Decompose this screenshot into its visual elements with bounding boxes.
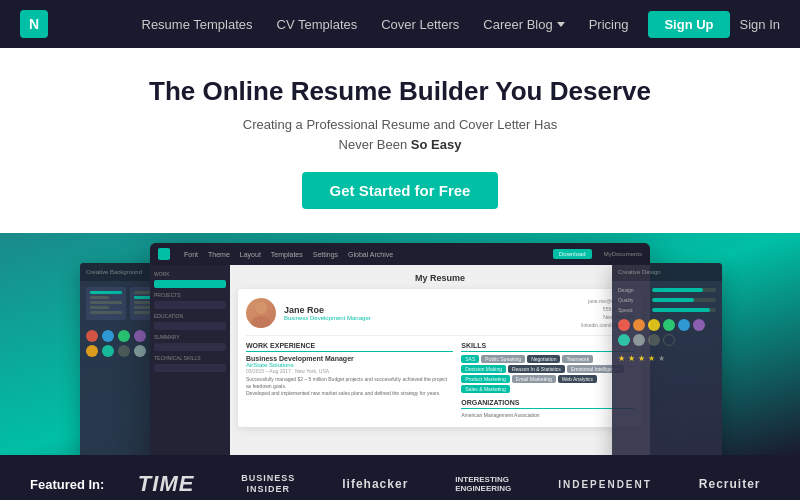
color-dot-teal[interactable]	[102, 345, 114, 357]
mock-resume-header: Jane Roe Business Development Manager ja…	[246, 297, 634, 336]
mock-person-title: Business Development Manager	[284, 315, 573, 321]
hero-section: The Online Resume Builder You Deserve Cr…	[0, 48, 800, 233]
career-blog-dropdown-icon	[557, 22, 565, 27]
right-panel-header: Creative Design	[612, 263, 722, 281]
mock-menu-work[interactable]	[154, 280, 226, 288]
logo-independent: INDEPENDENT	[558, 479, 652, 490]
color-dot-gray[interactable]	[134, 345, 146, 357]
signin-button[interactable]: Sign In	[740, 17, 780, 32]
featured-in-label: Featured In:	[30, 477, 104, 492]
work-experience-section: WORK EXPERIENCE Business Development Man…	[246, 342, 453, 419]
swatch-dark[interactable]	[648, 334, 660, 346]
mock-menu-projects[interactable]	[154, 301, 226, 309]
logo-business-insider: BUSINESSINSIDER	[241, 473, 295, 495]
nav-resume-templates[interactable]: Resume Templates	[142, 17, 253, 32]
mock-download-btn[interactable]: Download	[553, 249, 592, 259]
logo-icon: N	[20, 10, 48, 38]
swatch-green[interactable]	[663, 319, 675, 331]
template-thumb-1[interactable]	[86, 287, 126, 320]
demo-area: Creative Background	[0, 233, 800, 455]
star-rating: ★ ★ ★ ★ ★	[618, 354, 716, 363]
swatch-orange[interactable]	[633, 319, 645, 331]
main-nav: Resume Templates CV Templates Cover Lett…	[142, 17, 629, 32]
mock-menu-skills[interactable]	[154, 364, 226, 372]
logo-recruiter: Recruiter	[699, 477, 761, 491]
mock-menu-summary[interactable]	[154, 343, 226, 351]
nav-cv-templates[interactable]: CV Templates	[277, 17, 358, 32]
mock-logo	[158, 248, 170, 260]
color-dot-blue[interactable]	[102, 330, 114, 342]
nav-pricing[interactable]: Pricing	[589, 17, 629, 32]
swatch-gray[interactable]	[633, 334, 645, 346]
mock-menu-education[interactable]	[154, 322, 226, 330]
skills-list: SAS Public Speaking Negotiation Teamwork…	[461, 355, 634, 393]
logo[interactable]: N	[20, 10, 48, 38]
mock-avatar	[246, 298, 276, 328]
right-panel-mock: Creative Design Design Quality Speed	[612, 263, 722, 455]
mock-body: Work Projects Education Summary Technica…	[150, 265, 650, 455]
cta-button[interactable]: Get Started for Free	[302, 172, 499, 209]
mock-resume-title: My Resume	[238, 273, 642, 283]
mock-main: My Resume Jane Roe Business Development …	[230, 265, 650, 455]
featured-logos: TIME BUSINESSINSIDER lifehacker INTEREST…	[128, 471, 770, 497]
resume-builder-mock: Font Theme Layout Templates Settings Glo…	[150, 243, 650, 455]
swatch-red[interactable]	[618, 319, 630, 331]
color-dot-dark[interactable]	[118, 345, 130, 357]
mock-person-name: Jane Roe	[284, 305, 573, 315]
mock-topbar: Font Theme Layout Templates Settings Glo…	[150, 243, 650, 265]
swatch-purple[interactable]	[693, 319, 705, 331]
logo-time: TIME	[138, 471, 195, 497]
color-swatches	[618, 319, 716, 346]
color-dot-green[interactable]	[118, 330, 130, 342]
right-panel-body: Design Quality Speed	[612, 281, 722, 369]
color-dot-orange[interactable]	[86, 345, 98, 357]
logo-lifehacker: lifehacker	[342, 477, 408, 491]
header: N Resume Templates CV Templates Cover Le…	[0, 0, 800, 48]
swatch-teal[interactable]	[618, 334, 630, 346]
color-dot-purple[interactable]	[134, 330, 146, 342]
signup-button[interactable]: Sign Up	[648, 11, 729, 38]
skills-section: SKILLS SAS Public Speaking Negotiation T…	[461, 342, 634, 419]
mock-sidebar: Work Projects Education Summary Technica…	[150, 265, 230, 455]
nav-cover-letters[interactable]: Cover Letters	[381, 17, 459, 32]
swatch-yellow[interactable]	[648, 319, 660, 331]
logo-interesting-engineering: INTERESTINGENGINEERING	[455, 475, 511, 493]
svg-point-0	[255, 302, 267, 314]
svg-point-1	[251, 316, 271, 328]
swatch-blue[interactable]	[678, 319, 690, 331]
color-dot-red[interactable]	[86, 330, 98, 342]
hero-title: The Online Resume Builder You Deserve	[20, 76, 780, 107]
featured-in-bar: Featured In: TIME BUSINESSINSIDER lifeha…	[0, 455, 800, 500]
mock-resume-card: Jane Roe Business Development Manager ja…	[238, 289, 642, 427]
mock-name-block: Jane Roe Business Development Manager	[284, 305, 573, 321]
hero-subtitle: Creating a Professional Resume and Cover…	[20, 115, 780, 154]
swatch-darkest[interactable]	[663, 334, 675, 346]
nav-career-blog[interactable]: Career Blog	[483, 17, 564, 32]
